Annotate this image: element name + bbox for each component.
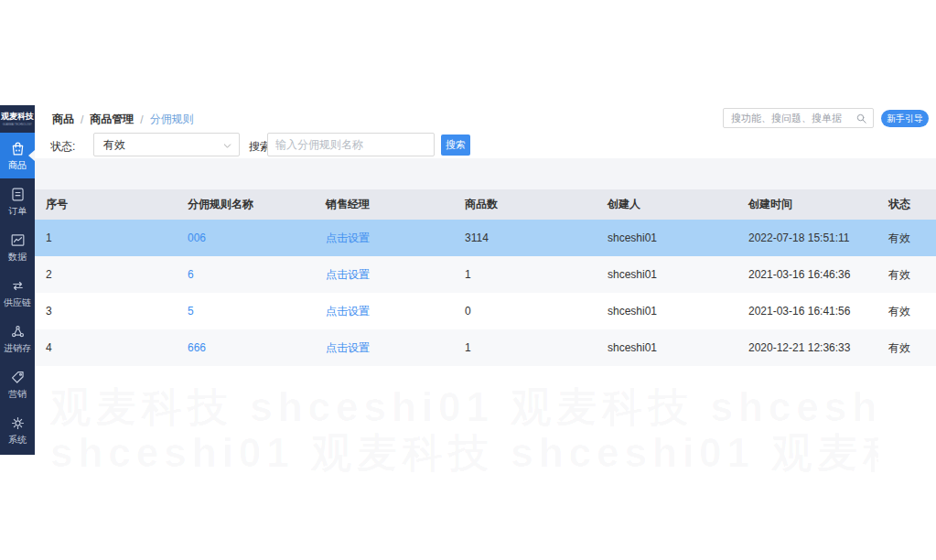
set-manager-link[interactable]: 点击设置: [326, 231, 465, 246]
cell-goods-count: 0: [465, 305, 608, 318]
watermark: 观麦科技 shceshi01 观麦科技 shceshi01 观麦科技 shces…: [50, 384, 878, 478]
search-button[interactable]: 搜索: [441, 135, 470, 156]
cell-created-time: 2021-03-16 16:46:36: [748, 268, 888, 281]
section-spacer: [35, 158, 936, 189]
gear-icon: [9, 415, 27, 432]
sidebar-item-label: 进销存: [4, 342, 31, 355]
cell-status: 有效: [888, 304, 936, 319]
cell-index: 1: [46, 232, 188, 244]
breadcrumb-separator: /: [140, 113, 143, 126]
watermark-line: 观麦科技 shceshi01 观麦科技 shceshi01 观麦科技 shces…: [50, 384, 878, 430]
breadcrumb: 商品 / 商品管理 / 分佣规则: [52, 112, 194, 127]
table-row[interactable]: 1 006 点击设置 3114 shceshi01 2022-07-18 15:…: [35, 220, 936, 256]
tag-icon: [9, 369, 27, 386]
order-icon: [9, 186, 27, 203]
topbar: 商品 / 商品管理 / 分佣规则 新手引导 状态: 有效 搜索: 搜索: [35, 105, 936, 158]
search-icon[interactable]: [855, 112, 868, 125]
rule-name-link[interactable]: 006: [188, 232, 326, 244]
sidebar: 观麦科技 GUANMAI TECHNOLOGY 商品 订单 数据: [0, 105, 35, 455]
cell-index: 4: [46, 341, 188, 354]
cell-created-time: 2020-12-21 12:36:33: [748, 341, 888, 354]
cell-status: 有效: [888, 231, 936, 246]
table-header: 序号 分佣规则名称 销售经理 商品数 创建人 创建时间 状态: [35, 189, 936, 220]
exchange-arrows-icon: [9, 277, 27, 295]
rule-name-link[interactable]: 5: [188, 305, 326, 318]
cell-index: 3: [46, 305, 188, 318]
app-screen: 观麦科技 GUANMAI TECHNOLOGY 商品 订单 数据: [0, 0, 936, 560]
cell-creator: shceshi01: [608, 305, 748, 318]
breadcrumb-item[interactable]: 商品管理: [90, 112, 134, 127]
column-header: 销售经理: [326, 197, 465, 212]
cell-created-time: 2022-07-18 15:51:11: [748, 232, 888, 244]
bag-icon: [9, 140, 27, 157]
status-select-value: 有效: [103, 137, 125, 153]
set-manager-link[interactable]: 点击设置: [326, 267, 465, 283]
table-body: 1 006 点击设置 3114 shceshi01 2022-07-18 15:…: [35, 220, 936, 366]
breadcrumb-separator: /: [81, 113, 83, 126]
sidebar-item-label: 数据: [8, 251, 27, 264]
column-header: 状态: [888, 197, 936, 212]
cell-status: 有效: [888, 267, 936, 283]
set-manager-link[interactable]: 点击设置: [326, 340, 465, 356]
cell-status: 有效: [888, 340, 936, 356]
table-row[interactable]: 2 6 点击设置 1 shceshi01 2021-03-16 16:46:36…: [35, 256, 936, 293]
table-row[interactable]: 3 5 点击设置 0 shceshi01 2021-03-16 16:41:56…: [35, 293, 936, 329]
set-manager-link[interactable]: 点击设置: [326, 304, 465, 319]
cell-index: 2: [46, 268, 188, 281]
rule-name-link[interactable]: 666: [188, 341, 326, 354]
sidebar-item-label: 商品: [8, 159, 27, 172]
sidebar-item-label: 供应链: [4, 296, 31, 309]
column-header: 创建人: [608, 197, 748, 212]
chart-icon: [9, 232, 27, 249]
sidebar-item-label: 订单: [8, 205, 27, 218]
cell-goods-count: 1: [465, 268, 608, 281]
sidebar-item-supply-chain[interactable]: 供应链: [0, 270, 35, 316]
table-row[interactable]: 4 666 点击设置 1 shceshi01 2020-12-21 12:36:…: [35, 329, 936, 366]
sidebar-item-goods[interactable]: 商品: [0, 133, 35, 178]
cell-creator: shceshi01: [608, 341, 748, 354]
breadcrumb-item[interactable]: 商品: [52, 112, 74, 127]
cell-goods-count: 3114: [465, 232, 608, 244]
global-search-input[interactable]: [724, 109, 873, 127]
cell-goods-count: 1: [465, 341, 608, 354]
network-nodes-icon: [9, 323, 27, 340]
column-header: 商品数: [465, 197, 608, 212]
cell-created-time: 2021-03-16 16:41:56: [748, 305, 888, 318]
newbie-guide-button[interactable]: 新手引导: [881, 110, 929, 127]
column-header: 序号: [46, 197, 188, 212]
sidebar-item-label: 营销: [8, 388, 27, 401]
sidebar-item-marketing[interactable]: 营销: [0, 361, 35, 407]
global-search-box: [723, 108, 874, 128]
sidebar-item-inventory[interactable]: 进销存: [0, 316, 35, 361]
breadcrumb-current: 分佣规则: [150, 112, 194, 127]
chevron-down-icon: [222, 141, 232, 151]
cell-creator: shceshi01: [608, 268, 748, 281]
sidebar-item-label: 系统: [8, 434, 27, 447]
brand-logo: 观麦科技 GUANMAI TECHNOLOGY: [0, 105, 35, 133]
cell-creator: shceshi01: [608, 232, 748, 244]
rule-name-link[interactable]: 6: [188, 268, 326, 281]
column-header: 创建时间: [748, 197, 888, 212]
watermark-line: shceshi01 观麦科技 shceshi01 观麦科技 shceshi01 …: [50, 430, 878, 476]
status-label: 状态:: [50, 139, 75, 155]
sidebar-item-orders[interactable]: 订单: [0, 178, 35, 224]
sidebar-item-system[interactable]: 系统: [0, 407, 35, 453]
column-header: 分佣规则名称: [188, 197, 326, 212]
brand-name: 观麦科技: [1, 111, 34, 123]
rule-name-input[interactable]: [267, 133, 435, 156]
brand-tagline: GUANMAI TECHNOLOGY: [3, 124, 32, 126]
sidebar-item-data[interactable]: 数据: [0, 224, 35, 270]
status-select[interactable]: 有效: [93, 133, 240, 156]
